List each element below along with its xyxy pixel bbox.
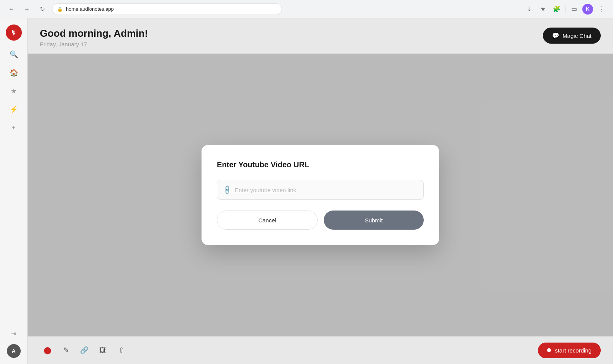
greeting-text: Good morning, Admin!	[40, 28, 148, 39]
expand-icon: ⇥	[11, 330, 16, 337]
link-icon: 🔗	[222, 184, 233, 195]
divider	[565, 5, 565, 13]
content-area: Enter Youtube Video URL 🔗 Cancel Submit	[28, 54, 613, 336]
download-icon[interactable]: ⇓	[524, 4, 534, 15]
search-icon: 🔍	[10, 50, 18, 59]
image-icon: 🖼	[99, 346, 106, 354]
sidebar-item-add[interactable]: +	[6, 120, 21, 135]
toolbar-left: ⬤ ✎ 🔗 🖼 ⇧	[40, 343, 129, 358]
cast-icon[interactable]: ▭	[569, 4, 579, 15]
start-recording-button[interactable]: start recording	[538, 343, 601, 358]
magic-chat-button[interactable]: 💬 Magic Chat	[543, 28, 601, 44]
main-content: Good morning, Admin! Friday, January 17 …	[28, 18, 613, 364]
toolbar-image-btn[interactable]: 🖼	[95, 343, 110, 358]
header-text: Good morning, Admin! Friday, January 17	[40, 28, 148, 47]
back-button[interactable]: ←	[6, 4, 17, 15]
sidebar-item-favorites[interactable]: ★	[6, 83, 21, 99]
pen-icon: ✎	[63, 346, 69, 354]
app-logo[interactable]: 🎙	[6, 24, 22, 41]
profile-avatar[interactable]: K	[582, 4, 593, 15]
bookmark-icon[interactable]: ★	[538, 4, 548, 15]
toolbar-pen-btn[interactable]: ✎	[58, 343, 74, 358]
bottom-toolbar: ⬤ ✎ 🔗 🖼 ⇧ start recording	[28, 336, 613, 364]
home-icon: 🏠	[10, 69, 18, 77]
start-recording-label: start recording	[555, 347, 592, 354]
cancel-button[interactable]: Cancel	[217, 211, 318, 230]
modal-buttons: Cancel Submit	[217, 211, 424, 230]
star-icon: ★	[11, 87, 17, 95]
submit-button[interactable]: Submit	[324, 211, 424, 230]
toolbar-link-btn[interactable]: 🔗	[77, 343, 92, 358]
sidebar-item-search[interactable]: 🔍	[6, 47, 21, 62]
sidebar-bottom: ⇥ A	[6, 326, 21, 358]
forward-button[interactable]: →	[21, 4, 32, 15]
record-icon: ⬤	[44, 346, 51, 354]
sidebar-expand-button[interactable]: ⇥	[6, 326, 21, 341]
browser-chrome: ← → ↻ 🔒 home.audionotes.app ⇓ ★ 🧩 ▭ K ⋮	[0, 0, 613, 18]
youtube-url-input-wrapper[interactable]: 🔗	[217, 180, 424, 200]
recording-dot-icon	[547, 348, 551, 352]
plus-icon: +	[11, 124, 16, 132]
upload-icon: ⇧	[118, 346, 124, 354]
extensions-icon[interactable]: 🧩	[551, 4, 562, 15]
address-bar[interactable]: 🔒 home.audionotes.app	[52, 3, 282, 15]
refresh-button[interactable]: ↻	[37, 4, 48, 15]
header: Good morning, Admin! Friday, January 17 …	[28, 18, 613, 54]
modal-title: Enter Youtube Video URL	[217, 160, 424, 169]
mic-logo-icon: 🎙	[10, 29, 17, 37]
toolbar-record-icon-btn[interactable]: ⬤	[40, 343, 55, 358]
date-text: Friday, January 17	[40, 41, 148, 47]
sidebar-item-lightning[interactable]: ⚡	[6, 102, 21, 117]
youtube-url-modal: Enter Youtube Video URL 🔗 Cancel Submit	[202, 145, 439, 245]
user-avatar[interactable]: A	[7, 344, 21, 358]
link-toolbar-icon: 🔗	[80, 346, 89, 354]
youtube-url-input[interactable]	[235, 187, 417, 193]
magic-chat-label: Magic Chat	[562, 33, 592, 39]
lightning-icon: ⚡	[10, 105, 18, 114]
sidebar-item-home[interactable]: 🏠	[6, 65, 21, 80]
chat-bubble-icon: 💬	[552, 32, 559, 39]
sidebar: 🎙 🔍 🏠 ★ ⚡ + ⇥ A	[0, 18, 28, 364]
toolbar-upload-btn[interactable]: ⇧	[113, 343, 129, 358]
more-menu-icon[interactable]: ⋮	[596, 4, 607, 15]
url-text: home.audionotes.app	[66, 6, 114, 12]
lock-icon: 🔒	[57, 7, 63, 12]
app-container: 🎙 🔍 🏠 ★ ⚡ + ⇥ A Good morning, Adm	[0, 18, 613, 364]
modal-overlay[interactable]: Enter Youtube Video URL 🔗 Cancel Submit	[28, 54, 613, 336]
browser-actions: ⇓ ★ 🧩 ▭ K ⋮	[524, 4, 607, 15]
